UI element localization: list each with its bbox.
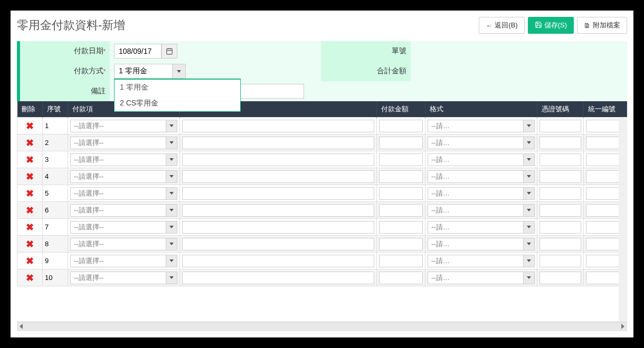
- amount-input[interactable]: [379, 137, 423, 149]
- delete-icon[interactable]: ✖: [20, 188, 40, 199]
- item-select[interactable]: [70, 137, 177, 149]
- item-select-input[interactable]: [70, 170, 166, 183]
- payment-method-option-2[interactable]: 2 CS零用金: [115, 95, 240, 111]
- voucher-input[interactable]: [539, 238, 581, 250]
- format-select-input[interactable]: [428, 120, 523, 132]
- format-select[interactable]: [428, 255, 535, 267]
- format-select[interactable]: [428, 204, 535, 217]
- format-select-input[interactable]: [428, 272, 523, 284]
- payment-method-option-1[interactable]: 1 零用金: [115, 79, 240, 95]
- desc-input[interactable]: [182, 221, 374, 234]
- item-select-input[interactable]: [70, 272, 166, 284]
- format-select-input[interactable]: [428, 153, 523, 166]
- item-select-button[interactable]: [166, 204, 177, 217]
- format-select-button[interactable]: [523, 238, 535, 250]
- item-select[interactable]: [70, 272, 177, 284]
- item-select[interactable]: [70, 255, 177, 267]
- item-select-input[interactable]: [70, 153, 166, 166]
- calendar-button[interactable]: [162, 44, 177, 59]
- item-select-button[interactable]: [166, 153, 177, 166]
- format-select-button[interactable]: [523, 170, 535, 183]
- item-select-button[interactable]: [166, 221, 177, 234]
- item-select-input[interactable]: [70, 137, 166, 149]
- item-select-input[interactable]: [70, 120, 166, 132]
- item-select[interactable]: [70, 221, 177, 234]
- format-select-button[interactable]: [523, 221, 535, 234]
- format-select[interactable]: [428, 170, 535, 183]
- delete-icon[interactable]: ✖: [20, 272, 40, 284]
- amount-input[interactable]: [379, 255, 423, 267]
- format-select-input[interactable]: [428, 204, 523, 217]
- item-select-button[interactable]: [166, 187, 177, 200]
- voucher-input[interactable]: [539, 255, 581, 267]
- voucher-input[interactable]: [539, 204, 581, 217]
- desc-input[interactable]: [182, 187, 374, 200]
- format-select-button[interactable]: [523, 272, 535, 284]
- delete-icon[interactable]: ✖: [20, 238, 40, 250]
- item-select-input[interactable]: [70, 204, 166, 217]
- format-select[interactable]: [428, 272, 535, 284]
- format-select-input[interactable]: [428, 187, 523, 200]
- desc-input[interactable]: [182, 153, 374, 166]
- amount-input[interactable]: [379, 272, 423, 284]
- attach-button[interactable]: 附加檔案: [577, 17, 627, 34]
- amount-input[interactable]: [379, 187, 423, 200]
- item-select-button[interactable]: [166, 238, 177, 250]
- delete-icon[interactable]: ✖: [20, 120, 40, 132]
- delete-icon[interactable]: ✖: [20, 137, 40, 149]
- delete-icon[interactable]: ✖: [20, 205, 40, 216]
- delete-icon[interactable]: ✖: [20, 171, 40, 182]
- format-select[interactable]: [428, 238, 535, 250]
- desc-input[interactable]: [182, 204, 374, 217]
- desc-input[interactable]: [182, 170, 374, 183]
- format-select[interactable]: [428, 187, 535, 200]
- item-select-input[interactable]: [70, 187, 166, 200]
- voucher-input[interactable]: [539, 120, 581, 132]
- format-select-input[interactable]: [428, 238, 523, 250]
- format-select-input[interactable]: [428, 170, 523, 183]
- payment-method-dropdown-button[interactable]: [172, 64, 186, 79]
- format-select-input[interactable]: [428, 221, 523, 234]
- item-select[interactable]: [70, 153, 177, 166]
- horizontal-scrollbar[interactable]: [17, 322, 627, 331]
- format-select[interactable]: [428, 120, 535, 132]
- amount-input[interactable]: [379, 221, 423, 234]
- item-select-button[interactable]: [166, 272, 177, 284]
- format-select-input[interactable]: [428, 255, 523, 267]
- item-select-input[interactable]: [70, 238, 166, 250]
- delete-icon[interactable]: ✖: [20, 221, 40, 233]
- delete-icon[interactable]: ✖: [20, 154, 40, 166]
- voucher-input[interactable]: [539, 137, 581, 149]
- desc-input[interactable]: [182, 255, 374, 267]
- format-select-input[interactable]: [428, 137, 523, 149]
- format-select[interactable]: [428, 221, 535, 234]
- amount-input[interactable]: [379, 238, 423, 250]
- format-select-button[interactable]: [523, 153, 535, 166]
- format-select-button[interactable]: [523, 204, 535, 217]
- item-select-button[interactable]: [166, 170, 177, 183]
- item-select[interactable]: [70, 238, 177, 250]
- item-select-button[interactable]: [166, 120, 177, 132]
- item-select-button[interactable]: [166, 137, 177, 149]
- item-select-input[interactable]: [70, 221, 166, 234]
- format-select-button[interactable]: [523, 137, 535, 149]
- format-select-button[interactable]: [523, 120, 535, 132]
- vertical-scrollbar[interactable]: [619, 117, 627, 322]
- payment-date-input[interactable]: [114, 44, 162, 59]
- amount-input[interactable]: [379, 170, 423, 183]
- item-select[interactable]: [70, 170, 177, 183]
- desc-input[interactable]: [182, 137, 374, 149]
- amount-input[interactable]: [379, 120, 423, 132]
- voucher-input[interactable]: [539, 170, 581, 183]
- save-button[interactable]: 儲存(S): [528, 17, 574, 34]
- back-button[interactable]: 返回(B): [479, 17, 524, 34]
- desc-input[interactable]: [182, 238, 374, 250]
- item-select-button[interactable]: [166, 255, 177, 267]
- item-select[interactable]: [70, 120, 177, 132]
- voucher-input[interactable]: [539, 187, 581, 200]
- desc-input[interactable]: [182, 272, 374, 284]
- format-select[interactable]: [428, 137, 535, 149]
- item-select-input[interactable]: [70, 255, 166, 267]
- format-select-button[interactable]: [523, 255, 535, 267]
- format-select-button[interactable]: [523, 187, 535, 200]
